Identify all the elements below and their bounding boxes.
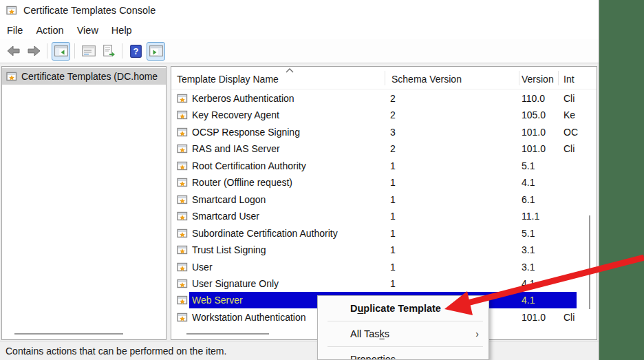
menu-action[interactable]: Action bbox=[36, 25, 63, 36]
app-icon bbox=[6, 5, 17, 16]
vertical-scrollbar[interactable] bbox=[589, 215, 590, 309]
menu-file[interactable]: File bbox=[7, 25, 23, 36]
certificate-template-icon bbox=[177, 93, 188, 104]
show-hide-action-pane-button[interactable] bbox=[147, 42, 165, 61]
horizontal-scrollbar[interactable] bbox=[186, 333, 269, 335]
status-bar: Contains actions that can be performed o… bbox=[0, 341, 599, 360]
menu-item-all-tasks[interactable]: All Tasks › bbox=[318, 321, 489, 346]
table-row[interactable]: Trust List Signing 1 3.1 bbox=[171, 242, 597, 259]
version-value: 6.1 bbox=[522, 191, 535, 209]
intended-purposes-value: Cli bbox=[564, 309, 575, 326]
schema-version-value: 1 bbox=[390, 225, 396, 242]
properties-button[interactable] bbox=[79, 42, 98, 61]
menu-view[interactable]: View bbox=[77, 25, 98, 36]
horizontal-scrollbar[interactable] bbox=[14, 333, 123, 335]
certificate-template-icon bbox=[177, 228, 188, 239]
schema-version-value: 1 bbox=[390, 275, 396, 293]
tree-item-certificate-templates[interactable]: Certificate Templates (DC.home bbox=[2, 68, 166, 85]
back-arrow-icon bbox=[6, 44, 21, 58]
template-name: Smartcard User bbox=[192, 208, 259, 225]
certificate-template-icon bbox=[177, 244, 188, 255]
table-row[interactable]: RAS and IAS Server 2 101.0 Cli bbox=[171, 140, 597, 158]
version-value: 101.0 bbox=[522, 309, 546, 326]
properties-icon bbox=[82, 45, 96, 56]
certificate-template-icon bbox=[177, 295, 188, 306]
template-name: Key Recovery Agent bbox=[192, 107, 279, 124]
toolbar: ? bbox=[0, 39, 599, 63]
menu-item-properties[interactable]: Properties bbox=[318, 347, 489, 360]
schema-version-value: 1 bbox=[390, 259, 396, 276]
menu-item-duplicate-template[interactable]: Duplicate Template bbox=[318, 296, 489, 321]
version-value: 4.1 bbox=[522, 292, 535, 309]
show-hide-console-tree-button[interactable] bbox=[52, 42, 70, 61]
certificate-template-icon bbox=[177, 127, 188, 138]
help-button[interactable]: ? bbox=[127, 42, 145, 61]
intended-purposes-value: Ke bbox=[564, 107, 575, 124]
certificate-template-icon bbox=[177, 278, 188, 289]
certificate-template-icon bbox=[6, 71, 17, 82]
export-list-button[interactable] bbox=[99, 42, 118, 61]
table-row[interactable]: Router (Offline request) 1 4.1 bbox=[171, 174, 597, 191]
table-row[interactable]: Root Certification Authority 1 5.1 bbox=[171, 158, 597, 175]
table-row[interactable]: Smartcard User 1 11.1 bbox=[171, 208, 597, 225]
status-text: Contains actions that can be performed o… bbox=[6, 346, 226, 357]
template-name: Workstation Authentication bbox=[192, 309, 306, 326]
version-value: 101.0 bbox=[522, 124, 546, 141]
certificate-template-icon bbox=[177, 194, 188, 205]
back-button[interactable] bbox=[4, 42, 23, 61]
template-name: Root Certification Authority bbox=[192, 158, 306, 175]
schema-version-value: 1 bbox=[390, 158, 396, 175]
certificate-template-icon bbox=[177, 177, 188, 188]
table-row[interactable]: OCSP Response Signing 3 101.0 OC bbox=[171, 124, 597, 141]
version-value: 5.1 bbox=[522, 225, 535, 242]
forward-arrow-icon bbox=[26, 44, 41, 58]
certificate-template-icon bbox=[177, 262, 188, 273]
template-name: Smartcard Logon bbox=[192, 191, 266, 209]
toolbar-separator bbox=[47, 43, 47, 59]
table-row[interactable]: User Signature Only 1 4.1 bbox=[171, 275, 597, 293]
version-value: 101.0 bbox=[522, 140, 546, 158]
mmc-window: Certificate Templates Console File Actio… bbox=[0, 0, 599, 360]
toolbar-separator bbox=[74, 43, 75, 59]
toolbar-separator bbox=[122, 43, 122, 59]
intended-purposes-value: Cli bbox=[564, 140, 575, 158]
schema-version-value: 1 bbox=[390, 174, 396, 191]
submenu-arrow-icon: › bbox=[475, 321, 479, 346]
menu-bar: File Action View Help bbox=[0, 21, 599, 39]
table-row[interactable]: Subordinate Certification Authority 1 5.… bbox=[171, 225, 597, 242]
desktop-backdrop bbox=[599, 0, 644, 360]
title-bar: Certificate Templates Console bbox=[0, 0, 599, 21]
certificate-template-icon bbox=[177, 160, 188, 171]
template-name: Kerberos Authentication bbox=[192, 90, 294, 107]
export-list-icon bbox=[102, 45, 116, 57]
schema-version-value: 2 bbox=[390, 90, 396, 107]
forward-button[interactable] bbox=[24, 42, 43, 61]
intended-purposes-value: OC bbox=[564, 124, 578, 141]
version-value: 4.1 bbox=[522, 275, 535, 293]
template-name: RAS and IAS Server bbox=[192, 140, 280, 158]
help-icon: ? bbox=[130, 45, 142, 58]
table-row[interactable]: User 1 3.1 bbox=[171, 259, 597, 276]
certificate-template-icon bbox=[177, 211, 188, 222]
schema-version-value: 3 bbox=[390, 124, 396, 141]
template-name: Trust List Signing bbox=[192, 242, 266, 259]
window-title: Certificate Templates Console bbox=[23, 5, 155, 16]
table-row[interactable]: Key Recovery Agent 2 105.0 Ke bbox=[171, 107, 597, 124]
certificate-template-icon bbox=[177, 143, 188, 154]
certificate-template-icon bbox=[177, 312, 188, 323]
version-value: 11.1 bbox=[522, 208, 539, 225]
schema-version-value: 1 bbox=[390, 208, 396, 225]
template-name: OCSP Response Signing bbox=[192, 124, 300, 141]
menu-help[interactable]: Help bbox=[111, 25, 132, 36]
version-value: 5.1 bbox=[522, 158, 535, 175]
template-name: Router (Offline request) bbox=[192, 174, 292, 191]
version-value: 3.1 bbox=[522, 259, 535, 276]
certificate-template-icon bbox=[177, 109, 188, 120]
table-row[interactable]: Kerberos Authentication 2 110.0 Cli bbox=[171, 90, 597, 107]
tree-item-label: Certificate Templates (DC.home bbox=[21, 71, 158, 82]
version-value: 110.0 bbox=[522, 90, 545, 107]
table-row[interactable]: Smartcard Logon 1 6.1 bbox=[171, 191, 597, 209]
svg-text:?: ? bbox=[133, 46, 139, 56]
template-name: Subordinate Certification Authority bbox=[192, 225, 338, 242]
schema-version-value: 2 bbox=[390, 140, 396, 158]
